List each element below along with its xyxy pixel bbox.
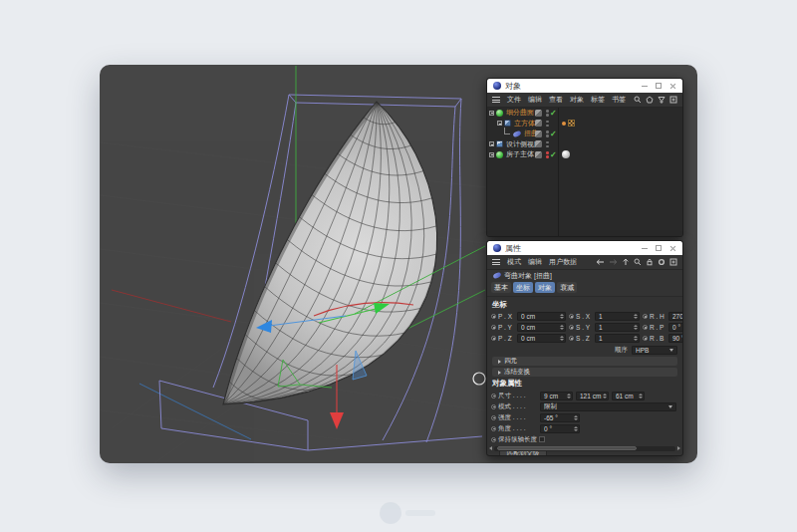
sz-input[interactable]: 1 — [595, 334, 640, 343]
quaternion-section[interactable]: 四元 — [492, 357, 677, 366]
size-z-input[interactable]: 61 cm — [612, 392, 645, 400]
search-icon[interactable] — [634, 258, 642, 266]
menu-bookmarks[interactable]: 书签 — [612, 95, 626, 105]
size-x-input[interactable]: 9 cm — [540, 392, 573, 400]
keyframe-radio[interactable] — [491, 336, 496, 341]
keyframe-radio[interactable] — [569, 325, 574, 330]
keyframe-radio[interactable] — [643, 314, 648, 319]
visibility-dots[interactable] — [546, 121, 549, 128]
menu-tags[interactable]: 标签 — [591, 95, 605, 105]
tree-row-subdivision-surface[interactable]: 细分曲面 ✓ — [487, 108, 682, 119]
rb-input[interactable]: 90 ° — [668, 334, 683, 343]
minimize-icon[interactable] — [642, 248, 648, 249]
phong-tag-icon[interactable] — [562, 122, 566, 126]
layer-toggle-icon[interactable] — [535, 151, 542, 158]
px-input[interactable]: 0 cm — [517, 312, 566, 321]
keyframe-radio[interactable] — [569, 336, 574, 341]
keyframe-radio[interactable] — [569, 314, 574, 319]
enabled-check-icon[interactable]: ✓ — [550, 109, 557, 119]
menu-view[interactable]: 查看 — [549, 95, 563, 105]
bent-mesh-object[interactable] — [223, 102, 437, 404]
spinner[interactable] — [639, 394, 643, 399]
spinner[interactable] — [574, 426, 578, 431]
keyframe-radio[interactable] — [491, 404, 496, 409]
attrs-titlebar[interactable]: 属性 — [487, 241, 682, 255]
layer-toggle-icon[interactable] — [535, 131, 542, 137]
order-dropdown[interactable]: HPB — [632, 346, 677, 355]
scroll-right-icon[interactable] — [677, 446, 680, 450]
search-icon[interactable] — [634, 96, 642, 104]
visibility-dots[interactable] — [546, 131, 549, 137]
texture-tag-icon[interactable] — [568, 120, 575, 127]
visibility-dots[interactable] — [546, 141, 549, 148]
spinner[interactable] — [634, 336, 638, 341]
track-icon[interactable] — [658, 258, 665, 266]
freeze-transform-section[interactable]: 冻结变换 — [492, 368, 677, 377]
menu-mode[interactable]: 模式 — [507, 257, 521, 267]
forward-icon[interactable] — [609, 258, 618, 266]
sy-input[interactable]: 1 — [595, 323, 640, 332]
spinner[interactable] — [634, 314, 638, 319]
tree-row-bend[interactable]: 扭曲 ✓ — [487, 129, 682, 139]
layer-toggle-icon[interactable] — [535, 120, 542, 127]
keyframe-radio[interactable] — [643, 325, 648, 330]
objects-titlebar[interactable]: 对象 — [487, 79, 682, 93]
keyframe-radio[interactable] — [643, 336, 648, 341]
visibility-dots[interactable] — [546, 110, 549, 117]
menu-objects[interactable]: 对象 — [570, 95, 584, 105]
rp-input[interactable]: 0 ° — [668, 323, 683, 332]
tree-row-reference[interactable]: 设计侧视图 — [487, 139, 682, 150]
py-input[interactable]: 0 cm — [517, 323, 566, 332]
keyframe-radio[interactable] — [491, 415, 496, 420]
spinner[interactable] — [574, 415, 578, 420]
expand-toggle-icon[interactable] — [497, 121, 502, 126]
menu-edit[interactable]: 编辑 — [528, 257, 542, 267]
expand-toggle-icon[interactable] — [489, 141, 494, 146]
rotation-ring-handle[interactable] — [473, 373, 485, 385]
size-y-input[interactable]: 121 cm — [576, 392, 609, 400]
up-icon[interactable] — [622, 258, 630, 266]
tab-coordinates[interactable]: 坐标 — [513, 282, 533, 293]
add-panel-icon[interactable] — [669, 258, 677, 266]
horizontal-scrollbar[interactable] — [489, 445, 680, 451]
keyframe-radio[interactable] — [491, 394, 496, 399]
layer-toggle-icon[interactable] — [535, 110, 542, 117]
pz-input[interactable]: 0 cm — [517, 334, 566, 343]
tab-basic[interactable]: 基本 — [491, 282, 511, 293]
close-icon[interactable] — [669, 83, 676, 90]
menu-edit[interactable]: 编辑 — [528, 95, 542, 105]
keyframe-radio[interactable] — [491, 314, 496, 319]
tree-row-house-body[interactable]: 房子主体 ✓ — [487, 149, 682, 160]
layer-toggle-icon[interactable] — [535, 140, 542, 147]
lock-icon[interactable] — [646, 258, 654, 266]
scrollbar-thumb[interactable] — [497, 446, 637, 450]
keyframe-radio[interactable] — [491, 437, 496, 442]
tab-object[interactable]: 对象 — [535, 282, 555, 293]
close-icon[interactable] — [669, 245, 676, 252]
back-icon[interactable] — [596, 258, 605, 266]
panel-menu-icon[interactable] — [492, 97, 500, 103]
spinner[interactable] — [560, 325, 564, 330]
expand-toggle-icon[interactable] — [489, 152, 494, 157]
spinner[interactable] — [603, 394, 607, 399]
enabled-check-icon[interactable]: ✓ — [550, 130, 557, 139]
keep-length-checkbox[interactable] — [539, 436, 545, 442]
enabled-check-icon[interactable]: ✓ — [550, 150, 557, 160]
sx-input[interactable]: 1 — [595, 312, 640, 321]
object-name[interactable]: 房子主体 — [506, 149, 534, 159]
angle-input[interactable]: 0 ° — [540, 424, 580, 433]
menu-file[interactable]: 文件 — [507, 95, 521, 105]
panel-menu-icon[interactable] — [492, 259, 500, 265]
rh-input[interactable]: 270 ° — [668, 312, 683, 321]
add-panel-icon[interactable] — [669, 96, 677, 104]
maximize-icon[interactable] — [656, 245, 662, 251]
menu-userdata[interactable]: 用户数据 — [549, 257, 577, 267]
spinner[interactable] — [634, 325, 638, 330]
visibility-dots-disabled[interactable] — [546, 151, 549, 158]
material-tag-icon[interactable] — [562, 150, 570, 158]
object-name[interactable]: 细分曲面 — [506, 108, 534, 118]
tab-falloff[interactable]: 衰减 — [557, 282, 577, 293]
keyframe-radio[interactable] — [491, 426, 496, 431]
scroll-left-icon[interactable] — [489, 446, 492, 450]
maximize-icon[interactable] — [656, 83, 662, 89]
